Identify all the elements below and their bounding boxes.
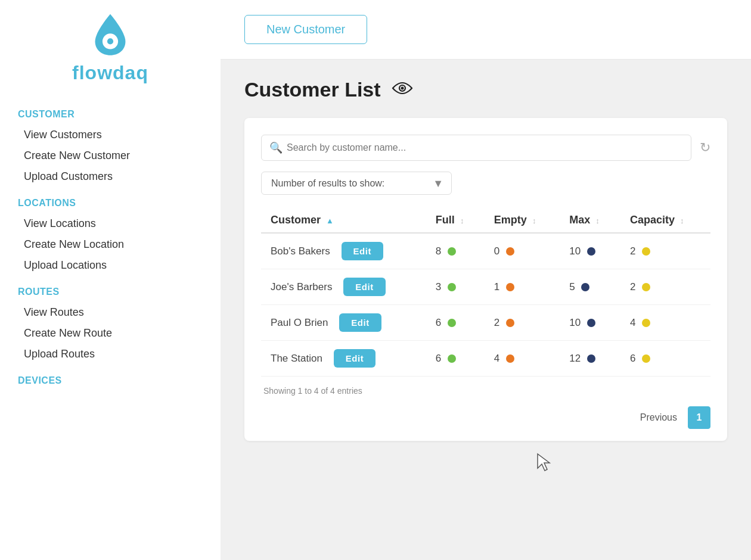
results-select-wrap: Number of results to show: 10 25 50 100 … — [261, 172, 710, 195]
edit-button[interactable]: Edit — [339, 313, 381, 332]
results-count-select[interactable]: Number of results to show: 10 25 50 100 — [261, 172, 452, 195]
eye-icon — [392, 77, 413, 101]
new-customer-button[interactable]: New Customer — [244, 15, 367, 44]
capacity-dot — [642, 247, 650, 256]
table-row: Joe's Barbers Edit 3 1 5 2 — [261, 269, 710, 305]
search-icon: 🔍 — [269, 141, 283, 154]
sort-asc-icon[interactable]: ▲ — [326, 216, 334, 225]
cursor-icon — [536, 453, 553, 473]
cell-empty: 2 — [485, 305, 560, 341]
nav-section-devices: DEVICES — [18, 375, 203, 386]
max-dot — [581, 283, 589, 291]
logo-area: flowdaq — [18, 12, 203, 98]
full-dot — [448, 354, 456, 363]
cell-capacity: 2 — [620, 233, 710, 269]
sidebar-item-create-new-route[interactable]: Create New Route — [18, 323, 203, 344]
nav-section-customer: CUSTOMER — [18, 109, 203, 120]
cell-empty: 4 — [485, 341, 560, 377]
th-full: Full ↕ — [426, 208, 485, 233]
empty-dot — [506, 247, 514, 256]
logo-text: flowdaq — [72, 62, 148, 84]
svg-point-3 — [401, 87, 404, 90]
cell-max: 10 — [560, 233, 620, 269]
cell-capacity: 2 — [620, 269, 710, 305]
logo-icon — [86, 12, 134, 60]
cell-full: 3 — [426, 269, 485, 305]
sidebar-item-upload-customers[interactable]: Upload Customers — [18, 166, 203, 187]
capacity-dot — [642, 283, 650, 291]
max-dot — [587, 319, 595, 327]
topbar: New Customer — [221, 0, 751, 60]
sidebar-item-view-routes[interactable]: View Routes — [18, 302, 203, 323]
cell-customer-name: Bob's Bakers Edit — [261, 233, 426, 269]
sort-both-icon-empty[interactable]: ↕ — [532, 216, 536, 225]
sidebar-item-upload-locations[interactable]: Upload Locations — [18, 255, 203, 276]
full-dot — [448, 319, 456, 327]
sidebar-item-view-customers[interactable]: View Customers — [18, 125, 203, 145]
cell-empty: 1 — [485, 269, 560, 305]
th-max: Max ↕ — [560, 208, 620, 233]
content-card: 🔍 ↻ Number of results to show: 10 25 50 … — [244, 118, 727, 441]
select-wrapper: Number of results to show: 10 25 50 100 … — [261, 172, 452, 195]
full-dot — [448, 283, 456, 291]
edit-button[interactable]: Edit — [343, 278, 385, 296]
search-row: 🔍 ↻ — [261, 135, 710, 161]
sort-both-icon-max[interactable]: ↕ — [595, 216, 600, 225]
svg-point-1 — [107, 38, 113, 44]
showing-text: Showing 1 to 4 of 4 entries — [261, 386, 710, 396]
full-dot — [448, 247, 456, 256]
table-row: Bob's Bakers Edit 8 0 10 2 — [261, 233, 710, 269]
sidebar-item-create-new-customer[interactable]: Create New Customer — [18, 145, 203, 166]
capacity-dot — [642, 319, 650, 327]
capacity-dot — [642, 354, 650, 363]
table-row: Paul O Brien Edit 6 2 10 4 — [261, 305, 710, 341]
page-header: Customer List — [244, 77, 727, 101]
page-title: Customer List — [244, 78, 381, 101]
main-content: Customer List 🔍 ↻ Number of results to s… — [221, 60, 751, 560]
cell-capacity: 6 — [620, 341, 710, 377]
nav: CUSTOMER View Customers Create New Custo… — [18, 98, 203, 391]
th-capacity: Capacity ↕ — [620, 208, 710, 233]
empty-dot — [506, 354, 514, 363]
nav-section-routes: ROUTES — [18, 287, 203, 297]
search-input-wrap: 🔍 — [261, 135, 691, 161]
max-dot — [587, 354, 595, 363]
customers-table: Customer ▲ Full ↕ Empty ↕ Max ↕ — [261, 208, 710, 377]
sort-both-icon-capacity[interactable]: ↕ — [680, 216, 684, 225]
cell-max: 12 — [560, 341, 620, 377]
cell-full: 6 — [426, 341, 485, 377]
sidebar-item-view-locations[interactable]: View Locations — [18, 213, 203, 234]
table-body: Bob's Bakers Edit 8 0 10 2 Joe — [261, 233, 710, 377]
th-customer: Customer ▲ — [261, 208, 426, 233]
refresh-icon[interactable]: ↻ — [700, 140, 710, 155]
cell-full: 6 — [426, 305, 485, 341]
edit-button[interactable]: Edit — [342, 242, 383, 260]
cell-empty: 0 — [485, 233, 560, 269]
table-row: The Station Edit 6 4 12 6 — [261, 341, 710, 377]
cell-customer-name: Paul O Brien Edit — [261, 305, 426, 341]
previous-button[interactable]: Previous — [634, 409, 683, 427]
cell-full: 8 — [426, 233, 485, 269]
search-input[interactable] — [261, 135, 691, 161]
nav-section-locations: LOCATIONS — [18, 198, 203, 209]
sidebar-item-upload-routes[interactable]: Upload Routes — [18, 344, 203, 365]
sort-both-icon-full[interactable]: ↕ — [460, 216, 464, 225]
table-header: Customer ▲ Full ↕ Empty ↕ Max ↕ — [261, 208, 710, 233]
pagination-row: Previous 1 — [261, 406, 710, 429]
empty-dot — [506, 283, 514, 291]
sidebar-item-create-new-location[interactable]: Create New Location — [18, 234, 203, 255]
empty-dot — [506, 319, 514, 327]
cell-max: 10 — [560, 305, 620, 341]
edit-button[interactable]: Edit — [334, 349, 376, 368]
max-dot — [587, 247, 595, 256]
page-1-button[interactable]: 1 — [688, 406, 710, 429]
cell-capacity: 4 — [620, 305, 710, 341]
cell-customer-name: The Station Edit — [261, 341, 426, 377]
sidebar: flowdaq CUSTOMER View Customers Create N… — [0, 0, 221, 560]
th-empty: Empty ↕ — [485, 208, 560, 233]
cell-max: 5 — [560, 269, 620, 305]
cell-customer-name: Joe's Barbers Edit — [261, 269, 426, 305]
